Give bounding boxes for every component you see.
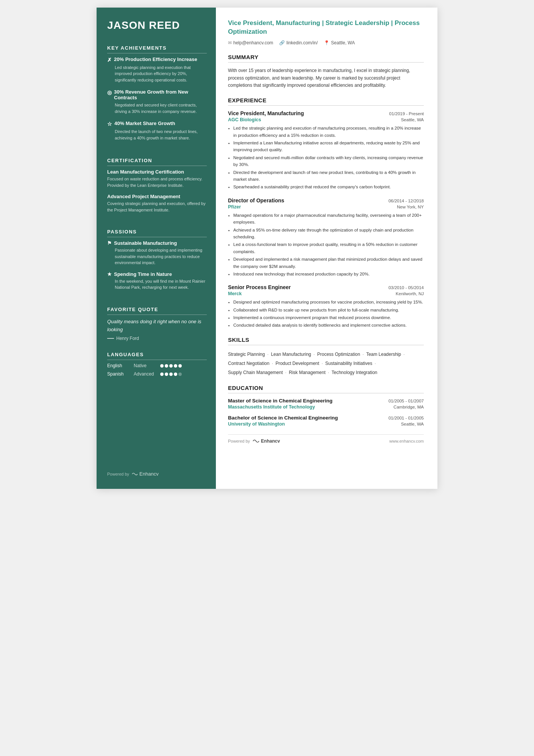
skills-title: SKILLS: [228, 337, 424, 345]
main-header: Vice President, Manufacturing | Strategi…: [228, 19, 424, 45]
dot: [160, 364, 164, 368]
dot-empty: [178, 373, 182, 376]
exp-3-bullets: Designed and optimized manufacturing pro…: [228, 299, 424, 329]
lang-2-name: Spanish: [107, 371, 134, 377]
dot: [169, 364, 173, 368]
lang-1-level: Native: [134, 363, 160, 368]
bullet: Managed operations for a major pharmaceu…: [233, 212, 424, 226]
edu-1-school: Massachusetts Institute of Technology: [228, 404, 315, 410]
quote-section-title: FAVORITE QUOTE: [107, 307, 207, 315]
passions-title: PASSIONS: [107, 229, 207, 237]
exp-3-title: Senior Process Engineer: [228, 284, 291, 290]
achievement-item: ✗ 20% Production Efficiency Increase Led…: [107, 56, 207, 83]
bullet: Implemented a Lean Manufacturing initiat…: [233, 139, 424, 153]
languages-title: LANGUAGES: [107, 352, 207, 360]
experience-title: EXPERIENCE: [228, 97, 424, 106]
bullet: Implemented a continuous improvement pro…: [233, 314, 424, 321]
edu-2-location: Seattle, WA: [401, 422, 424, 426]
powered-by-label: Powered by: [107, 472, 129, 476]
location-text: Seattle, WA: [331, 40, 355, 45]
dot: [174, 364, 177, 368]
enhancv-logo-icon: [252, 438, 260, 444]
bullet: Led the strategic planning and execution…: [233, 125, 424, 139]
location-icon: 📍: [324, 40, 329, 45]
exp-1-company: AGC Biologics: [228, 117, 261, 122]
lang-1-dots: [160, 364, 182, 368]
quote-text: Quality means doing it right when no one…: [107, 318, 207, 334]
exp-3-location: Kenilworth, NJ: [396, 291, 424, 296]
cert-1-title: Lean Manufacturing Certification: [107, 169, 207, 175]
bullet: Collaborated with R&D to scale up new pr…: [233, 307, 424, 313]
achievement-1-desc: Led strategic planning and execution tha…: [115, 64, 207, 83]
certification-section: CERTIFICATION Lean Manufacturing Certifi…: [107, 158, 207, 218]
skills-section: SKILLS Strategic Planning · Lean Manufac…: [228, 337, 424, 377]
skill: Strategic Planning: [228, 352, 265, 357]
passion-item: ★ Spending Time in Nature In the weekend…: [107, 271, 207, 291]
edu-2-school: University of Washington: [228, 421, 285, 427]
flag-icon: ⚑: [107, 240, 112, 246]
exp-item: Senior Process Engineer 03/2010 - 05/201…: [228, 284, 424, 329]
lang-2-level: Advanced: [134, 371, 160, 377]
cert-item: Lean Manufacturing Certification Focused…: [107, 169, 207, 188]
skill: Product Development: [275, 361, 319, 366]
email-icon: ✉: [228, 40, 232, 45]
star-icon: ★: [107, 271, 112, 277]
achievement-2-title: 30% Revenue Growth from New Contracts: [114, 89, 207, 100]
cert-item: Advanced Project Management Covering str…: [107, 194, 207, 213]
summary-section: SUMMARY With over 15 years of leadership…: [228, 54, 424, 89]
powered-by: Powered by Enhancv: [228, 438, 280, 444]
skill: Technology Integration: [332, 370, 378, 375]
languages-section: LANGUAGES English Native Spanish Advance…: [107, 352, 207, 380]
contact-location: 📍 Seattle, WA: [324, 40, 355, 45]
edu-item: Bachelor of Science in Chemical Engineer…: [228, 415, 424, 427]
quote-dash-icon: [107, 338, 114, 339]
sidebar: JASON REED KEY ACHIEVEMENTS ✗ 20% Produc…: [97, 8, 216, 489]
bullet: Led a cross-functional team to improve p…: [233, 241, 424, 255]
quote-author: Henry Ford: [107, 336, 207, 341]
main-title: Vice President, Manufacturing | Strategi…: [228, 19, 424, 36]
dot: [174, 373, 177, 376]
skill: Sustainability Initiatives: [325, 361, 372, 366]
achievement-3-title: 40% Market Share Growth: [114, 121, 175, 126]
contact-row: ✉ help@enhancv.com 🔗 linkedin.com/in/ 📍 …: [228, 40, 424, 45]
summary-text: With over 15 years of leadership experie…: [228, 67, 424, 89]
language-row: Spanish Advanced: [107, 371, 207, 377]
skill: Lean Manufacturing: [271, 352, 311, 357]
dot: [169, 373, 173, 376]
education-title: EDUCATION: [228, 385, 424, 393]
linkedin-text: linkedin.com/in/: [286, 40, 318, 45]
summary-title: SUMMARY: [228, 54, 424, 63]
bullet: Developed and implemented a risk managem…: [233, 256, 424, 270]
passion-1-desc: Passionate about developing and implemen…: [115, 247, 207, 266]
quote-section: FAVORITE QUOTE Quality means doing it ri…: [107, 307, 207, 341]
achievement-3-desc: Directed the launch of two new product l…: [115, 128, 207, 141]
wrench-icon: ✗: [107, 57, 112, 63]
sidebar-footer: Powered by Enhancv: [107, 460, 207, 477]
resume-container: JASON REED KEY ACHIEVEMENTS ✗ 20% Produc…: [97, 8, 437, 489]
exp-2-location: New York, NY: [397, 205, 424, 209]
skill: Process Optimization: [317, 352, 360, 357]
education-section: EDUCATION Master of Science in Chemical …: [228, 385, 424, 427]
target-icon: ◎: [107, 89, 112, 95]
passion-item: ⚑ Sustainable Manufacturing Passionate a…: [107, 240, 207, 266]
powered-by-text: Powered by: [228, 439, 250, 443]
contact-linkedin: 🔗 linkedin.com/in/: [279, 40, 318, 45]
exp-item: Vice President, Manufacturing 01/2019 - …: [228, 110, 424, 191]
language-row: English Native: [107, 363, 207, 368]
exp-item: Director of Operations 06/2014 - 12/2018…: [228, 197, 424, 278]
edu-2-degree: Bachelor of Science in Chemical Engineer…: [228, 415, 338, 421]
exp-1-date: 01/2019 - Present: [389, 111, 424, 116]
passion-2-title: Spending Time in Nature: [114, 271, 172, 277]
bullet: Conducted detailed data analysis to iden…: [233, 322, 424, 329]
exp-2-date: 06/2014 - 12/2018: [389, 199, 424, 203]
lang-2-dots: [160, 373, 182, 376]
bullet: Spearheaded a sustainability project tha…: [233, 183, 424, 190]
achievement-2-desc: Negotiated and secured key client contra…: [115, 102, 207, 114]
skill: Supply Chain Management: [228, 370, 283, 375]
passion-2-desc: In the weekend, you will find me in Moun…: [115, 278, 207, 291]
exp-3-date: 03/2010 - 05/2014: [389, 285, 424, 290]
skills-text: Strategic Planning · Lean Manufacturing …: [228, 350, 424, 377]
email-text: help@enhancv.com: [233, 40, 273, 45]
footer-url: www.enhancv.com: [389, 439, 424, 443]
exp-1-location: Seattle, WA: [401, 117, 424, 122]
